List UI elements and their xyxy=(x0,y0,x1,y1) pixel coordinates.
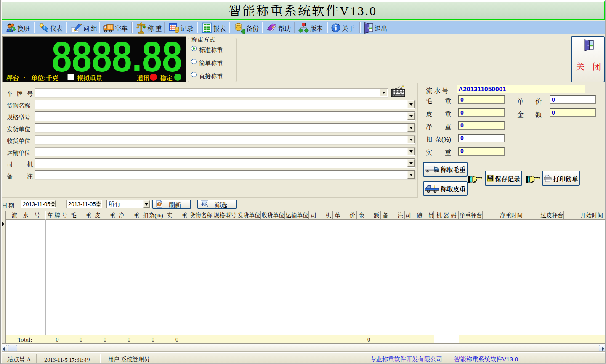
svg-text:?: ? xyxy=(270,24,274,31)
